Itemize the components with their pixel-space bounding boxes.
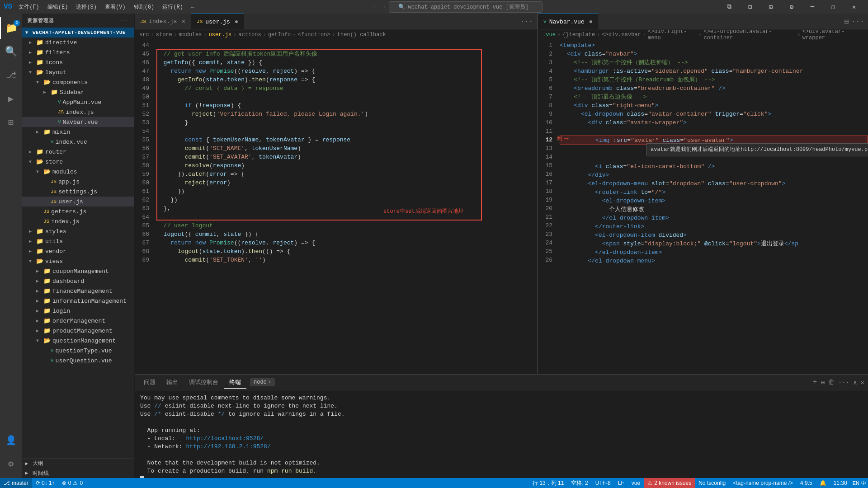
menu-view[interactable]: 查看(V)	[101, 2, 129, 12]
sidebar-item-router[interactable]: ▶ 📁 router	[22, 147, 134, 157]
status-encoding[interactable]: UTF-8	[592, 478, 614, 488]
search-bar[interactable]: 🔍 wechat-applet-development-vue [管理员]	[389, 1, 542, 13]
bc-divnavbar[interactable]: <>div.navbar	[602, 32, 641, 38]
sidebar-item-vendor[interactable]: ▶ 📁 vendor	[22, 246, 134, 256]
sidebar-root[interactable]: ▼ WECHAT-APPLET-DEVELOPMENT-VUE	[22, 28, 134, 38]
status-version[interactable]: 4.9.5	[797, 478, 816, 488]
bc-actions[interactable]: actions	[238, 32, 261, 38]
activity-debug[interactable]: ▶	[0, 88, 22, 109]
panel-add-btn[interactable]: +	[813, 378, 817, 386]
sidebar-timeline[interactable]: ▶ 时间线	[22, 468, 134, 478]
status-sync[interactable]: ⟳ 0↓ 1↑	[32, 478, 58, 488]
panel-more-btn[interactable]: ···	[838, 379, 849, 386]
panel-split-btn[interactable]: ⊟	[821, 379, 824, 386]
panel-tab-terminal[interactable]: 终端	[224, 376, 246, 389]
tab-indexjs[interactable]: JS index.js ×	[135, 14, 191, 29]
status-branch[interactable]: ⎇ master	[0, 478, 32, 488]
sidebar-item-product[interactable]: ▶ 📁 productManagement	[22, 326, 134, 336]
sidebar-item-appmain[interactable]: V AppMain.vue	[22, 97, 134, 107]
menu-file[interactable]: 文件(F)	[15, 2, 43, 12]
sidebar-item-icons[interactable]: ▶ 📁 icons	[22, 57, 134, 67]
status-language[interactable]: vue	[628, 478, 644, 488]
tab-close-icon[interactable]: ●	[589, 18, 593, 25]
panel-close-btn[interactable]: ✕	[861, 379, 864, 386]
sidebar-item-indexvue[interactable]: V index.vue	[22, 137, 134, 147]
win-maximize-btn[interactable]: ❐	[823, 0, 844, 14]
bc-file[interactable]: user.js	[209, 32, 231, 38]
network-link[interactable]: http://192.168.2.1:9528/	[186, 443, 270, 450]
sidebar-item-dashboard[interactable]: ▶ 📁 dashboard	[22, 276, 134, 286]
status-known-issues[interactable]: ⚠ 2 known issues	[644, 478, 695, 488]
menu-run[interactable]: 运行(R)	[159, 2, 187, 12]
local-link[interactable]: http://localhost:9528/	[186, 435, 264, 442]
activity-git[interactable]: ⎇	[0, 64, 22, 86]
sidebar-item-sidebar-folder[interactable]: ▶ 📁 Sidebar	[22, 87, 134, 97]
menu-select[interactable]: 选择(S)	[72, 2, 100, 12]
bc-modules[interactable]: modules	[179, 32, 202, 38]
sidebar-item-modules[interactable]: ▼ 📂 modules	[22, 167, 134, 177]
bc-store[interactable]: store	[156, 32, 172, 38]
win-tile-btn[interactable]: ⧉	[719, 0, 740, 14]
sidebar-item-settingsjs[interactable]: JS settings.js	[22, 187, 134, 197]
activity-extensions[interactable]: ⊞	[0, 111, 22, 133]
sidebar-item-views[interactable]: ▼ 📂 views	[22, 256, 134, 266]
status-errors[interactable]: ⊗ 0 ⚠ 0	[58, 478, 86, 488]
sidebar-dots[interactable]: ···	[118, 18, 129, 23]
sidebar-item-order[interactable]: ▶ 📁 orderManagement	[22, 316, 134, 326]
sidebar-item-store[interactable]: ▼ 📂 store	[22, 157, 134, 167]
sidebar-item-coupon[interactable]: ▶ 📁 couponManagement	[22, 266, 134, 276]
sidebar-item-gettersjs[interactable]: JS getters.js	[22, 206, 134, 216]
status-tsconfig[interactable]: No tsconfig	[695, 478, 729, 488]
panel-tab-output[interactable]: 输出	[161, 376, 184, 388]
status-line-ending[interactable]: LF	[614, 478, 628, 488]
bc-src[interactable]: src	[139, 32, 149, 38]
sidebar-item-appjs[interactable]: JS app.js	[22, 177, 134, 187]
sidebar-item-indexjs-store[interactable]: JS index.js	[22, 216, 134, 226]
tabs-more-btn[interactable]: ···	[515, 14, 538, 29]
status-datetime[interactable]: 11:30	[830, 478, 851, 488]
sidebar-item-login[interactable]: ▶ 📁 login	[22, 306, 134, 316]
sidebar-item-navbar[interactable]: V Navbar.vue	[22, 117, 134, 127]
win-layout-btn[interactable]: ⊡	[760, 0, 781, 14]
sidebar-item-utils[interactable]: ▶ 📁 utils	[22, 236, 134, 246]
sidebar-item-userquestion[interactable]: V userQuestion.vue	[22, 356, 134, 366]
win-split-btn[interactable]: ⊟	[740, 0, 760, 14]
tab-close-icon[interactable]: ×	[182, 18, 185, 25]
activity-explorer[interactable]: 📁 2	[0, 17, 22, 39]
tab-close-icon[interactable]: ●	[235, 18, 238, 25]
win-settings-btn[interactable]: ⚙	[781, 0, 802, 14]
sidebar-item-indexjs-layout[interactable]: JS index.js	[22, 107, 134, 117]
menu-edit[interactable]: 编辑(E)	[44, 2, 72, 12]
bc-fn[interactable]: <function>	[298, 32, 330, 38]
bc-getinfo[interactable]: getInfo	[268, 32, 291, 38]
sidebar-item-finance[interactable]: ▶ 📁 financeManagement	[22, 286, 134, 296]
status-spaces[interactable]: 空格: 2	[567, 478, 591, 488]
sidebar-item-userjs[interactable]: JS user.js	[22, 197, 134, 206]
bc-divavatar[interactable]: <>div.avatar-wrapper	[802, 30, 863, 40]
bc-divrightmenu[interactable]: <>div.right-menu	[648, 30, 697, 40]
editor-split-icon[interactable]: ⊟	[844, 17, 849, 26]
panel-tab-problems[interactable]: 问题	[138, 376, 161, 388]
sidebar-item-components[interactable]: ▼ 📂 components	[22, 77, 134, 87]
bc-template[interactable]: {}template	[562, 32, 595, 38]
activity-account[interactable]: 👤	[0, 429, 22, 451]
sidebar-item-mixin[interactable]: ▶ 📁 mixin	[22, 127, 134, 137]
sidebar-item-information[interactable]: ▶ 📁 informationManagement	[22, 296, 134, 306]
sidebar-item-layout[interactable]: ▼ 📂 layout	[22, 67, 134, 77]
sidebar-outline[interactable]: ▶ 大纲	[22, 458, 134, 468]
status-position[interactable]: 行 13，列 11	[529, 478, 567, 488]
menu-more[interactable]: …	[188, 2, 198, 12]
activity-search[interactable]: 🔍	[0, 41, 22, 62]
editor-more-icon[interactable]: ···	[851, 18, 864, 26]
win-close-btn[interactable]: ✕	[844, 0, 864, 14]
menu-goto[interactable]: 转到(G)	[130, 2, 158, 12]
tab-navbarvue[interactable]: V Navbar.vue ●	[538, 14, 599, 29]
nav-back-btn[interactable]: ←	[374, 3, 378, 10]
win-minimize-btn[interactable]: ─	[802, 0, 823, 14]
sidebar-item-question[interactable]: ▼ 📂 questionManagement	[22, 336, 134, 346]
panel-up-btn[interactable]: ∧	[853, 379, 857, 386]
sidebar-item-directive[interactable]: ▶ 📁 directive	[22, 38, 134, 47]
activity-settings[interactable]: ⚙	[0, 453, 22, 474]
sidebar-item-styles[interactable]: ▶ 📁 styles	[22, 226, 134, 236]
status-notifications[interactable]: 🔔	[816, 478, 830, 488]
